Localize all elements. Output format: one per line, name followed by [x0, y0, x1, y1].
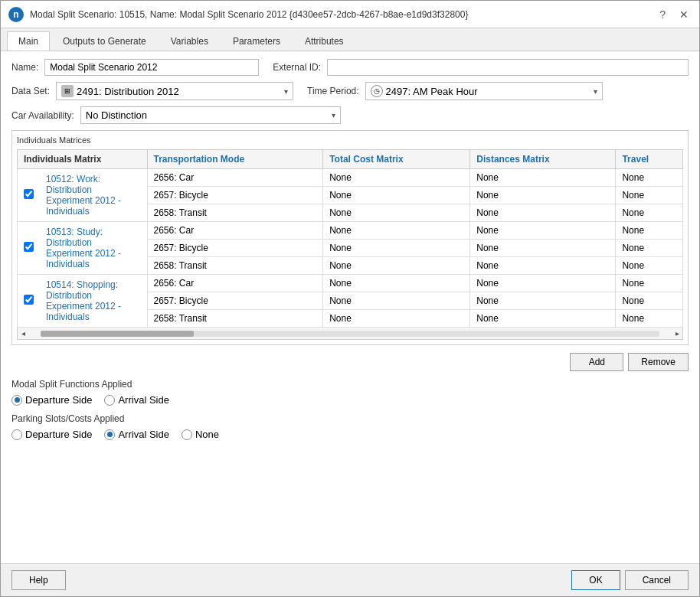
parking-departure-label: Departure Side	[25, 429, 92, 440]
name-input[interactable]	[44, 59, 259, 76]
tab-main[interactable]: Main	[7, 31, 50, 51]
dataset-value: 2491: Distribution 2012	[77, 86, 179, 97]
dataset-label: Data Set:	[11, 86, 50, 96]
dataset-row: Data Set: ⊞ 2491: Distribution 2012 ▾ Ti…	[11, 82, 689, 100]
cost-3-2[interactable]: None	[323, 292, 470, 310]
titlebar-controls: ? ✕	[656, 7, 692, 22]
car-avail-label: Car Availability:	[11, 110, 74, 121]
close-window-button[interactable]: ✕	[676, 7, 692, 22]
modal-split-arrival-option[interactable]: Arrival Side	[104, 394, 168, 406]
mode-3-2: 2657: Bicycle	[147, 292, 323, 310]
add-button[interactable]: Add	[570, 353, 623, 371]
col-transport-mode: Transportation Mode	[147, 150, 323, 169]
parking-arrival-option[interactable]: Arrival Side	[104, 429, 168, 440]
mode-2-1: 2656: Car	[147, 222, 323, 240]
car-avail-arrow-icon: ▾	[332, 111, 335, 119]
cost-1-2[interactable]: None	[323, 187, 470, 204]
travel-3-2: None	[616, 292, 683, 310]
parking-radio-inner-arrival	[107, 432, 113, 437]
name-row: Name: External ID:	[11, 59, 689, 76]
modal-split-departure-label: Departure Side	[25, 394, 92, 406]
ext-id-label: External ID:	[273, 62, 321, 73]
modal-split-departure-option[interactable]: Departure Side	[11, 394, 92, 406]
travel-2-1: None	[616, 222, 683, 240]
name-label: Name:	[11, 62, 38, 73]
scroll-right-icon[interactable]: ▸	[672, 328, 682, 339]
modal-split-label: Modal Split Functions Applied	[11, 379, 689, 390]
cost-2-1[interactable]: None	[323, 222, 470, 240]
dist-3-3[interactable]: None	[470, 310, 616, 328]
checkbox-1[interactable]	[18, 169, 41, 222]
cost-3-1[interactable]: None	[323, 275, 470, 292]
travel-1-1: None	[616, 169, 683, 187]
tab-parameters[interactable]: Parameters	[221, 31, 292, 51]
ok-button[interactable]: OK	[571, 570, 620, 590]
window-title: Modal Split Scenario: 10515, Name: Modal…	[30, 9, 468, 20]
cost-1-3[interactable]: None	[323, 204, 470, 222]
parking-arrival-label: Arrival Side	[118, 429, 168, 440]
checkbox-3[interactable]	[18, 275, 41, 328]
tab-attributes[interactable]: Attributes	[293, 31, 355, 51]
cost-3-3[interactable]: None	[323, 310, 470, 328]
help-button[interactable]: Help	[11, 570, 66, 590]
dist-1-1[interactable]: None	[470, 169, 616, 187]
parking-slots-section: Parking Slots/Costs Applied Departure Si…	[11, 413, 689, 440]
ext-id-input[interactable]	[327, 59, 689, 76]
time-period-arrow-icon: ▾	[594, 87, 597, 96]
tab-variables[interactable]: Variables	[159, 31, 220, 51]
time-period-content: ◷ 2497: AM Peak Hour	[371, 85, 478, 97]
dist-3-2[interactable]: None	[470, 292, 616, 310]
table-header-row: Individuals Matrix Transportation Mode T…	[18, 150, 683, 169]
travel-1-2: None	[616, 187, 683, 204]
individuals-matrices-title: Individuals Matrices	[17, 135, 683, 145]
dist-2-2[interactable]: None	[470, 240, 616, 257]
clock-icon: ◷	[371, 85, 383, 97]
parking-radio-outer-departure	[11, 429, 22, 440]
matrix-table: Individuals Matrix Transportation Mode T…	[17, 149, 683, 328]
checkbox-2[interactable]	[18, 222, 41, 275]
travel-2-2: None	[616, 240, 683, 257]
scroll-left-icon[interactable]: ◂	[18, 328, 28, 339]
cost-2-3[interactable]: None	[323, 257, 470, 275]
modal-split-arrival-label: Arrival Side	[118, 394, 168, 406]
travel-1-3: None	[616, 204, 683, 222]
matrix-name-2: 10513: Study: Distribution Experiment 20…	[40, 222, 147, 275]
matrix-action-buttons: Add Remove	[11, 353, 689, 371]
tab-outputs[interactable]: Outputs to Generate	[51, 31, 158, 51]
car-avail-dropdown[interactable]: No Distinction ▾	[80, 106, 341, 124]
titlebar-left: n Modal Split Scenario: 10515, Name: Mod…	[8, 7, 468, 22]
mode-2-3: 2658: Transit	[147, 257, 323, 275]
cost-2-2[interactable]: None	[323, 240, 470, 257]
parking-departure-option[interactable]: Departure Side	[11, 429, 92, 440]
dataset-dropdown[interactable]: ⊞ 2491: Distribution 2012 ▾	[56, 82, 293, 100]
dist-1-2[interactable]: None	[470, 187, 616, 204]
col-distances: Distances Matrix	[470, 150, 616, 169]
scrollbar-track	[41, 331, 659, 337]
parking-none-label: None	[195, 429, 219, 440]
radio-outer-departure	[11, 395, 22, 406]
dist-2-1[interactable]: None	[470, 222, 616, 240]
dataset-icon: ⊞ 2491: Distribution 2012	[61, 85, 179, 97]
parking-none-option[interactable]: None	[182, 429, 219, 440]
table-row: 10514: Shopping: Distribution Experiment…	[18, 275, 683, 292]
parking-slots-label: Parking Slots/Costs Applied	[11, 413, 689, 424]
dist-3-1[interactable]: None	[470, 275, 616, 292]
remove-button[interactable]: Remove	[628, 353, 689, 371]
dist-1-3[interactable]: None	[470, 204, 616, 222]
modal-split-radio-group: Departure Side Arrival Side	[11, 394, 689, 406]
cost-1-1[interactable]: None	[323, 169, 470, 187]
dist-2-3[interactable]: None	[470, 257, 616, 275]
col-individuals-matrix: Individuals Matrix	[18, 150, 148, 169]
car-avail-row: Car Availability: No Distinction ▾	[11, 106, 689, 124]
radio-inner-departure	[15, 397, 20, 403]
scrollbar-thumb[interactable]	[41, 331, 194, 337]
cancel-button[interactable]: Cancel	[625, 570, 689, 590]
main-window: n Modal Split Scenario: 10515, Name: Mod…	[0, 0, 700, 597]
horizontal-scrollbar[interactable]: ◂ ▸	[17, 328, 683, 340]
table-row: 10513: Study: Distribution Experiment 20…	[18, 222, 683, 240]
matrix-name-1: 10512: Work: Distribution Experiment 201…	[40, 169, 147, 222]
mode-2-2: 2657: Bicycle	[147, 240, 323, 257]
help-window-button[interactable]: ?	[656, 7, 669, 22]
time-period-dropdown[interactable]: ◷ 2497: AM Peak Hour ▾	[365, 82, 603, 100]
app-icon: n	[8, 7, 24, 22]
